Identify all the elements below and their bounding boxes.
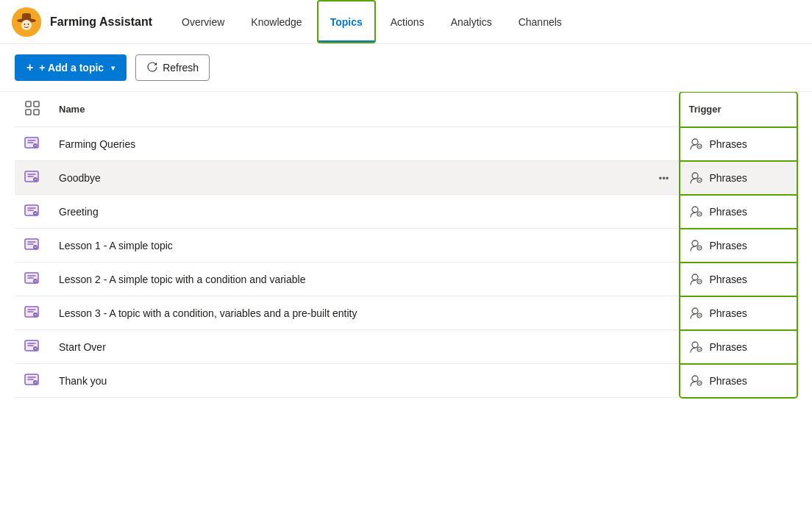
- topic-icon-cell: [15, 161, 50, 195]
- topic-icon: [24, 135, 40, 151]
- topics-table-container: Name Trigger Farming Queries: [0, 92, 812, 514]
- topic-trigger: Phrases: [680, 364, 797, 398]
- col-header-trigger: Trigger: [680, 92, 797, 127]
- tab-topics[interactable]: Topics: [317, 0, 376, 43]
- tab-actions[interactable]: Actions: [379, 0, 436, 43]
- phrases-icon: [689, 272, 704, 287]
- svg-point-3: [21, 20, 32, 30]
- topic-name: Start Over: [50, 330, 680, 364]
- topic-trigger: Phrases: [680, 195, 797, 229]
- table-row[interactable]: Greeting Phrases: [15, 195, 797, 229]
- trigger-cell: Phrases: [689, 306, 789, 321]
- phrases-icon: [689, 204, 704, 219]
- svg-rect-9: [34, 110, 39, 115]
- tab-analytics[interactable]: Analytics: [439, 0, 504, 43]
- table-row[interactable]: Lesson 2 - A simple topic with a conditi…: [15, 263, 797, 296]
- refresh-button[interactable]: Refresh: [135, 54, 210, 81]
- topic-trigger: Phrases: [680, 161, 797, 195]
- table-row[interactable]: Lesson 3 - A topic with a condition, var…: [15, 296, 797, 330]
- trigger-cell: Phrases: [689, 204, 789, 219]
- svg-point-24: [692, 240, 698, 246]
- phrases-icon: [689, 238, 704, 253]
- topic-icon: [24, 338, 40, 354]
- topic-icon: [24, 236, 40, 252]
- chevron-down-icon: ▾: [111, 64, 115, 72]
- topic-icon-cell: [15, 229, 50, 263]
- topic-name: Thank you: [50, 364, 680, 398]
- trigger-label: Phrases: [710, 341, 747, 353]
- svg-point-40: [692, 376, 698, 382]
- toolbar: + + Add a topic ▾ Refresh: [0, 44, 812, 92]
- phrases-icon: [689, 340, 704, 354]
- topics-table: Name Trigger Farming Queries: [15, 92, 797, 398]
- svg-point-32: [692, 308, 698, 314]
- plus-icon: +: [26, 61, 33, 74]
- tab-channels[interactable]: Channels: [507, 0, 574, 43]
- trigger-label: Phrases: [710, 274, 747, 285]
- phrases-icon: [689, 306, 704, 321]
- trigger-label: Phrases: [710, 172, 747, 184]
- tab-overview[interactable]: Overview: [170, 0, 236, 43]
- nav-tabs: Overview Knowledge Topics Actions Analyt…: [170, 0, 574, 43]
- add-topic-button[interactable]: + + Add a topic ▾: [15, 54, 127, 81]
- refresh-icon: [146, 61, 158, 75]
- trigger-cell: Phrases: [689, 137, 789, 151]
- svg-point-36: [692, 342, 698, 348]
- topic-name: Greeting: [50, 195, 680, 229]
- col-header-icon: [15, 92, 50, 127]
- trigger-label: Phrases: [710, 240, 747, 251]
- topic-name: Lesson 1 - A simple topic: [50, 229, 680, 263]
- svg-rect-2: [22, 13, 31, 21]
- topic-icon: [24, 371, 40, 388]
- table-row[interactable]: Farming Queries Phrases: [15, 127, 797, 161]
- topic-icon-cell: [15, 364, 50, 398]
- topic-name: Lesson 3 - A topic with a condition, var…: [50, 296, 680, 330]
- app-title: Farming Assistant: [50, 15, 152, 29]
- svg-rect-6: [26, 101, 31, 107]
- topic-icon-cell: [15, 296, 50, 330]
- topic-icon: [24, 304, 40, 320]
- phrases-icon: [689, 137, 704, 151]
- svg-point-20: [692, 207, 698, 213]
- table-row[interactable]: Goodbye••• Phrases: [15, 161, 797, 195]
- row-options-button[interactable]: •••: [655, 171, 674, 185]
- trigger-cell: Phrases: [689, 340, 789, 354]
- topic-icon: [24, 202, 40, 218]
- trigger-cell: Phrases: [689, 171, 789, 185]
- table-row[interactable]: Start Over Phrases: [15, 330, 797, 364]
- topic-trigger: Phrases: [680, 229, 797, 263]
- add-topic-label: + Add a topic: [39, 62, 104, 74]
- phrases-icon: [689, 171, 704, 185]
- topic-trigger: Phrases: [680, 296, 797, 330]
- topic-trigger: Phrases: [680, 330, 797, 364]
- svg-point-5: [28, 24, 29, 25]
- topic-icon-cell: [15, 195, 50, 229]
- topic-trigger: Phrases: [680, 127, 797, 161]
- topic-icon-cell: [15, 330, 50, 364]
- svg-rect-7: [34, 101, 39, 107]
- trigger-label: Phrases: [710, 307, 747, 319]
- topic-name: Lesson 2 - A simple topic with a conditi…: [50, 263, 680, 296]
- topic-name: Farming Queries: [50, 127, 680, 161]
- topic-icon: [24, 168, 40, 185]
- topic-icon: [24, 270, 40, 286]
- trigger-label: Phrases: [710, 375, 747, 387]
- topic-name: Goodbye•••: [50, 161, 680, 195]
- table-row[interactable]: Lesson 1 - A simple topic Phrases: [15, 229, 797, 263]
- app-avatar: [12, 7, 41, 37]
- trigger-cell: Phrases: [689, 374, 789, 388]
- trigger-label: Phrases: [710, 138, 747, 150]
- col-header-name: Name: [50, 92, 680, 127]
- tab-knowledge[interactable]: Knowledge: [239, 0, 313, 43]
- topic-icon-cell: [15, 127, 50, 161]
- svg-point-4: [24, 24, 26, 25]
- svg-point-12: [692, 139, 698, 145]
- topbar: Farming Assistant Overview Knowledge Top…: [0, 0, 812, 44]
- svg-point-28: [692, 274, 698, 280]
- trigger-label: Phrases: [710, 206, 747, 218]
- table-row[interactable]: Thank you Phrases: [15, 364, 797, 398]
- phrases-icon: [689, 374, 704, 388]
- svg-point-16: [692, 173, 698, 179]
- trigger-cell: Phrases: [689, 272, 789, 287]
- svg-rect-8: [26, 110, 31, 115]
